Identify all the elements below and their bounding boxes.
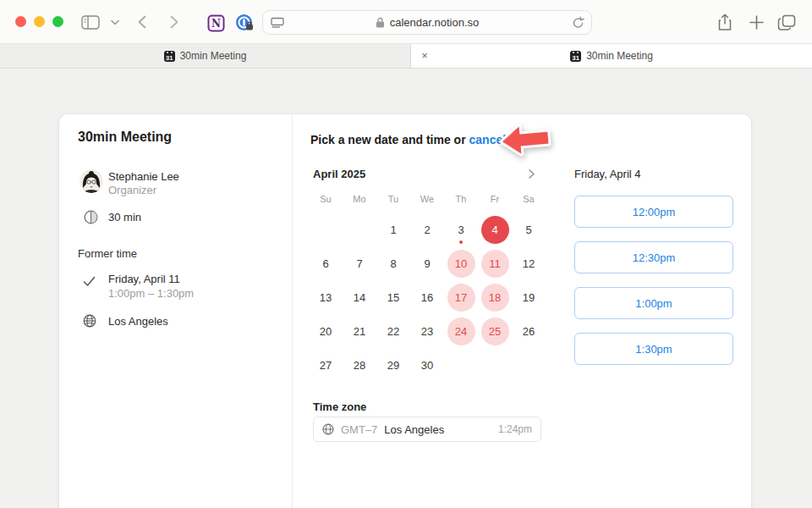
tab-title: 30min Meeting: [586, 50, 653, 62]
calendar-grid: 1234567891011121314151617181920212223242…: [309, 213, 546, 382]
zoom-window-button[interactable]: [52, 16, 63, 27]
notion-extension-icon[interactable]: N: [206, 13, 226, 33]
duration-icon: [84, 210, 98, 224]
calendar-day-21[interactable]: 21: [343, 314, 376, 348]
weekday-label: Th: [444, 194, 478, 204]
calendar-day-5[interactable]: 5: [512, 213, 546, 246]
weekday-label: Su: [309, 194, 343, 204]
share-icon[interactable]: [715, 13, 735, 33]
minimize-window-button[interactable]: [34, 16, 45, 27]
calendar-day-15[interactable]: 15: [376, 280, 410, 314]
time-slot-button-12:00pm[interactable]: 12:00pm: [574, 196, 733, 228]
red-arrow-cursor-icon: [497, 120, 552, 158]
svg-text:N: N: [211, 18, 221, 30]
next-month-icon[interactable]: [524, 167, 538, 180]
calendar-day-3[interactable]: 3: [444, 213, 478, 246]
weekday-label: Mo: [343, 194, 376, 204]
tab-30min-meeting-inactive[interactable]: 31 30min Meeting: [0, 44, 411, 68]
calendar-day-14[interactable]: 14: [343, 280, 376, 314]
chevron-down-icon[interactable]: [105, 12, 125, 32]
calendar-day-18[interactable]: 18: [478, 280, 512, 314]
calendar-day-11[interactable]: 11: [478, 246, 512, 280]
back-button-icon[interactable]: [132, 12, 152, 32]
weekday-row: SuMoTuWeThFrSa: [309, 194, 546, 204]
pick-heading: Pick a new date and time or cancel: [310, 133, 506, 146]
weekday-label: Sa: [512, 194, 546, 204]
tab-bar: 31 30min Meeting × 31 30min Meeting: [0, 44, 812, 69]
calendar-day-6[interactable]: 6: [309, 246, 343, 280]
panel-divider: [292, 114, 293, 508]
notion-calendar-favicon-icon: 31: [164, 51, 175, 62]
page-background: 30min Meeting Stephanie Lee Organizer 30…: [0, 69, 812, 508]
calendar-day-23[interactable]: 23: [410, 314, 444, 348]
calendar-day-22[interactable]: 22: [376, 314, 410, 348]
organizer-role: Organizer: [108, 184, 156, 196]
timezone-city: Los Angeles: [384, 423, 444, 436]
close-window-button[interactable]: [15, 16, 26, 27]
tab-overview-icon[interactable]: [776, 13, 797, 33]
organizer-name: Stephanie Lee: [108, 170, 179, 183]
meeting-duration: 30 min: [108, 211, 141, 224]
notion-calendar-favicon-icon: 31: [570, 51, 581, 62]
calendar-day-20[interactable]: 20: [309, 314, 343, 348]
timezone-gmt: GMT–7: [341, 423, 377, 436]
calendar-day-17[interactable]: 17: [444, 280, 478, 314]
calendar-day-28[interactable]: 28: [343, 348, 376, 382]
calendar-day-16[interactable]: 16: [410, 280, 444, 314]
former-date: Friday, April 11: [108, 273, 180, 285]
former-time-range: 1:00pm – 1:30pm: [108, 287, 194, 300]
tab-title: 30min Meeting: [180, 50, 247, 62]
calendar-day-30[interactable]: 30: [410, 348, 444, 382]
calendar-day-24[interactable]: 24: [444, 314, 478, 348]
address-bar[interactable]: calendar.notion.so: [262, 10, 592, 35]
meeting-title: 30min Meeting: [78, 130, 172, 145]
timezone-selector[interactable]: GMT–7 Los Angeles 1:24pm: [313, 417, 541, 442]
globe-icon: [83, 314, 96, 328]
check-icon: [83, 276, 96, 287]
url-text: calendar.notion.so: [390, 16, 480, 29]
reload-icon[interactable]: [572, 16, 584, 30]
weekday-label: Tu: [376, 194, 410, 204]
calendar-day-10[interactable]: 10: [444, 246, 478, 280]
calendar-day-26[interactable]: 26: [512, 314, 546, 348]
time-slot-list: 12:00pm12:30pm1:00pm1:30pm: [574, 196, 733, 365]
empty-day-cell: [343, 213, 376, 246]
time-slot-button-12:30pm[interactable]: 12:30pm: [574, 241, 733, 273]
onepassword-extension-icon[interactable]: [234, 13, 255, 33]
selected-date-label: Friday, April 4: [574, 168, 641, 180]
organizer-avatar: [80, 169, 103, 193]
empty-day-cell: [309, 213, 343, 246]
pick-heading-text: Pick a new date and time or: [310, 133, 469, 146]
calendar-day-29[interactable]: 29: [376, 348, 410, 382]
weekday-label: We: [410, 194, 444, 204]
timezone-label: Time zone: [313, 400, 366, 413]
calendar-day-8[interactable]: 8: [376, 246, 410, 280]
new-tab-icon[interactable]: [746, 12, 766, 32]
sidebar-toggle-icon[interactable]: [80, 12, 101, 32]
booking-card: 30min Meeting Stephanie Lee Organizer 30…: [59, 114, 751, 508]
forward-button-icon[interactable]: [164, 12, 184, 32]
calendar-day-2[interactable]: 2: [410, 213, 444, 246]
calendar-day-1[interactable]: 1: [376, 213, 410, 246]
globe-icon: [322, 423, 334, 435]
calendar-day-12[interactable]: 12: [512, 246, 546, 280]
lock-icon: [376, 17, 385, 28]
tab-30min-meeting-active[interactable]: × 31 30min Meeting: [411, 44, 812, 68]
meeting-location: Los Angeles: [108, 315, 168, 328]
calendar-day-25[interactable]: 25: [478, 314, 512, 348]
calendar-day-27[interactable]: 27: [309, 348, 343, 382]
calendar-day-13[interactable]: 13: [309, 280, 343, 314]
weekday-label: Fr: [478, 194, 512, 204]
browser-toolbar: N calendar.notion.so: [0, 0, 812, 44]
calendar-day-4[interactable]: 4: [478, 213, 512, 246]
calendar-day-19[interactable]: 19: [512, 280, 546, 314]
calendar-day-9[interactable]: 9: [410, 246, 444, 280]
former-time-label: Former time: [78, 247, 137, 260]
time-slot-button-1:30pm[interactable]: 1:30pm: [574, 333, 733, 365]
calendar-day-7[interactable]: 7: [343, 246, 376, 280]
tab-close-icon[interactable]: ×: [418, 49, 431, 63]
timezone-current-time: 1:24pm: [498, 423, 532, 435]
month-label: April 2025: [313, 168, 365, 180]
time-slot-button-1:00pm[interactable]: 1:00pm: [574, 287, 733, 319]
